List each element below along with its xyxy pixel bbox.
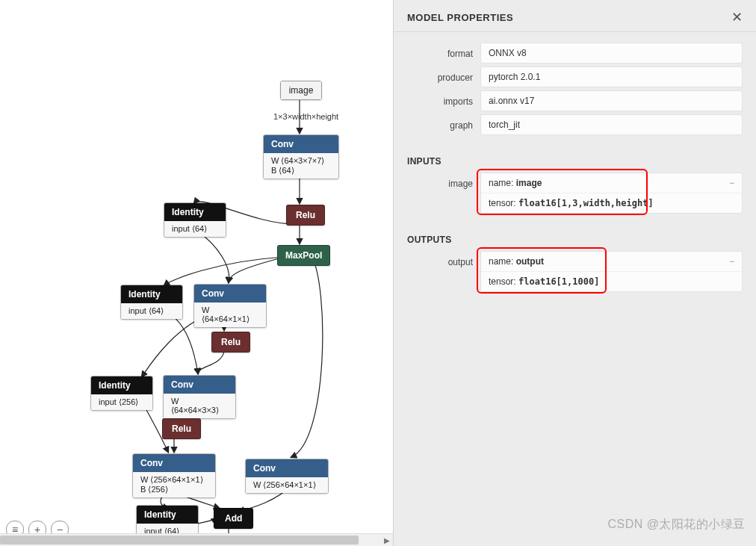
node-conv-1[interactable]: Conv W ⟨64×3×7×7⟩ B ⟨64⟩ [263, 134, 339, 179]
node-identity-2[interactable]: Identity input ⟨64⟩ [120, 285, 183, 320]
io-field-group[interactable]: − name: image tensor: float16[1,3,width,… [480, 173, 743, 214]
section-heading: OUTPUTS [407, 235, 756, 245]
node-identity-1[interactable]: Identity input ⟨64⟩ [164, 202, 226, 238]
node-identity-3[interactable]: Identity input ⟨256⟩ [90, 376, 153, 411]
node-body: W ⟨64×3×7×7⟩ B ⟨64⟩ [264, 153, 338, 179]
horizontal-scrollbar[interactable]: ▶ [0, 533, 393, 546]
node-title: Add [214, 509, 252, 528]
prop-label: graph [407, 114, 480, 131]
node-title: Relu [163, 419, 200, 438]
prop-value[interactable]: ONNX v8 [480, 43, 743, 63]
prop-label: format [407, 43, 480, 59]
panel-header: MODEL PROPERTIES ✕ [394, 0, 756, 32]
node-title: MaxPool [278, 246, 329, 265]
io-name: name: output [481, 252, 742, 271]
prop-row-imports: imports ai.onnx v17 [407, 90, 756, 111]
panel-title: MODEL PROPERTIES [407, 12, 513, 23]
node-title: Identity [137, 506, 198, 524]
edge-shape-label: 1×3×width×height [273, 112, 338, 121]
node-title: image [281, 81, 321, 99]
prop-value[interactable]: torch_jit [480, 114, 743, 135]
prop-label: producer [407, 66, 480, 83]
node-title: Conv [194, 285, 266, 303]
node-title: Identity [121, 285, 182, 303]
node-body: input ⟨64⟩ [121, 303, 182, 319]
section-outputs: OUTPUTS output − name: output tensor: fl… [394, 218, 756, 297]
node-conv-4[interactable]: Conv W ⟨256×64×1×1⟩ B ⟨256⟩ [132, 453, 216, 498]
node-title: Conv [264, 135, 338, 153]
collapse-icon[interactable]: − [729, 178, 734, 188]
node-title: Identity [164, 203, 226, 221]
node-conv-5[interactable]: Conv W ⟨256×64×1×1⟩ [245, 459, 329, 494]
prop-row-producer: producer pytorch 2.0.1 [407, 66, 756, 87]
node-title: Relu [287, 205, 324, 225]
watermark-text: CSDN @太阳花的小绿豆 [607, 517, 746, 533]
node-relu-1[interactable]: Relu [286, 205, 325, 226]
node-title: Conv [164, 376, 235, 394]
node-body: W ⟨256×64×1×1⟩ B ⟨256⟩ [133, 472, 215, 497]
node-title: Conv [246, 459, 328, 477]
section-properties: format ONNX v8 producer pytorch 2.0.1 im… [394, 32, 756, 140]
node-body: W ⟨64×64×3×3⟩ [164, 394, 235, 418]
prop-value[interactable]: pytorch 2.0.1 [480, 66, 743, 87]
io-name: name: image [481, 173, 742, 193]
node-title: Relu [212, 332, 250, 352]
io-label: image [407, 173, 480, 189]
graph-canvas[interactable]: image 1×3×width×height Conv W ⟨64×3×7×7⟩… [0, 0, 393, 546]
io-field-group[interactable]: − name: output tensor: float16[1,1000] [480, 251, 743, 292]
prop-label: imports [407, 90, 480, 107]
node-conv-2[interactable]: Conv W ⟨64×64×1×1⟩ [193, 284, 267, 328]
node-add[interactable]: Add [214, 508, 253, 529]
node-body: input ⟨64⟩ [164, 221, 226, 237]
io-tensor: tensor: float16[1,1000] [481, 271, 742, 291]
node-relu-3[interactable]: Relu [162, 418, 201, 439]
input-row-image: image − name: image tensor: float16[1,3,… [407, 173, 756, 214]
section-heading: INPUTS [407, 156, 756, 167]
collapse-icon[interactable]: − [729, 256, 734, 267]
node-maxpool[interactable]: MaxPool [277, 245, 330, 266]
properties-panel: MODEL PROPERTIES ✕ format ONNX v8 produc… [393, 0, 756, 546]
node-title: Conv [133, 454, 215, 472]
node-body: W ⟨256×64×1×1⟩ [246, 477, 328, 493]
node-input-image[interactable]: image [280, 81, 322, 100]
section-inputs: INPUTS image − name: image tensor: float… [394, 140, 756, 218]
scroll-right-icon[interactable]: ▶ [381, 534, 393, 546]
node-body: W ⟨64×64×1×1⟩ [194, 303, 266, 327]
output-row-output: output − name: output tensor: float16[1,… [407, 251, 756, 292]
prop-value[interactable]: ai.onnx v17 [480, 90, 743, 111]
prop-row-graph: graph torch_jit [407, 114, 756, 135]
node-relu-2[interactable]: Relu [211, 332, 250, 353]
io-tensor: tensor: float16[1,3,width,height] [481, 193, 742, 213]
scroll-thumb[interactable] [0, 536, 359, 545]
node-body: input ⟨256⟩ [91, 394, 152, 410]
close-icon[interactable]: ✕ [731, 10, 743, 24]
node-title: Identity [91, 376, 152, 394]
io-label: output [407, 251, 480, 267]
prop-row-format: format ONNX v8 [407, 43, 756, 63]
node-conv-3[interactable]: Conv W ⟨64×64×3×3⟩ [163, 375, 236, 419]
